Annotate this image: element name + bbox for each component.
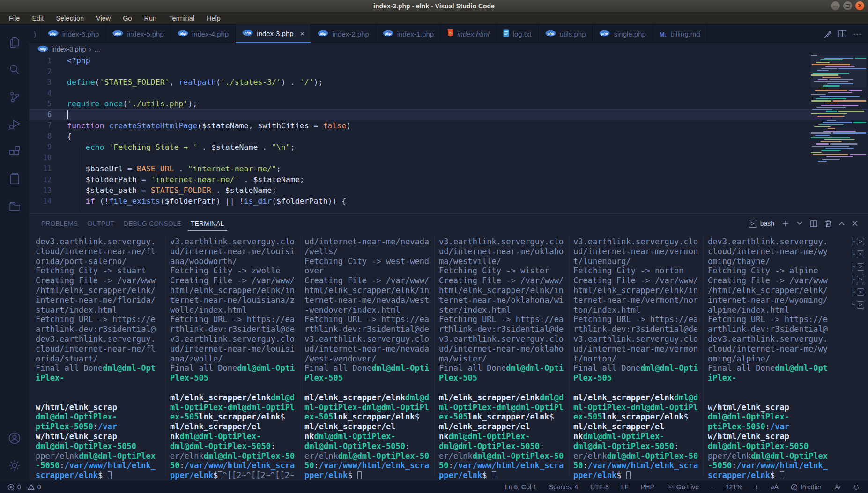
terminal-line: cloud/internet-near-me/wy [708, 344, 835, 354]
search-icon[interactable] [0, 56, 29, 83]
menu-run[interactable]: Run [139, 13, 162, 23]
chevron-up-icon[interactable] [839, 221, 845, 225]
terminal-pane-4[interactable]: v3.earthlink.serverguy.cloud/internet-ne… [439, 237, 566, 480]
tab-index-html[interactable]: 5index.html [441, 24, 496, 43]
terminal-text: ud/internet-near-me/louisi [170, 247, 295, 256]
split-terminal-icon[interactable] [810, 220, 817, 227]
status-error[interactable]: 0 [7, 483, 21, 491]
terminal-text: ud/internet-near-me/nevada [304, 344, 429, 353]
terminal-pane-separator [434, 235, 435, 476]
tree-branch-icon: ├ [851, 288, 855, 296]
terminal-line: w/html/elnk_scrap [708, 432, 835, 441]
terminal-line: Fetching City -> zwolle [170, 266, 297, 276]
terminal-line [304, 383, 432, 393]
tab-index-6-php[interactable]: phpindex-6.php [41, 24, 106, 43]
menu-edit[interactable]: Edit [27, 13, 49, 23]
new-terminal-icon[interactable] [782, 220, 789, 227]
panel-tab-output[interactable]: OUTPUT [84, 216, 117, 231]
tab-billing-md[interactable]: M↓billing.md [653, 24, 707, 43]
status--[interactable]: - [711, 483, 713, 491]
status-label: Spaces: 4 [549, 483, 578, 491]
terminal-shell-selector[interactable]: > bash [749, 220, 774, 228]
menu-help[interactable]: Help [201, 13, 226, 23]
breadcrumb[interactable]: php index-3.php › ... [29, 43, 868, 55]
close-button[interactable]: ✕ [855, 1, 864, 10]
minimap[interactable] [811, 55, 866, 168]
terminal-list-item[interactable]: ├> [851, 248, 864, 260]
chevron-down-icon[interactable] [797, 221, 802, 225]
menu-file[interactable]: File [4, 13, 25, 23]
status-121-[interactable]: 121% [726, 483, 742, 491]
token: realpath [178, 78, 215, 87]
folders-icon[interactable] [0, 192, 29, 219]
terminal-text: ternet-near-me/vermont/nor [573, 295, 698, 305]
status-spaces-4[interactable]: Spaces: 4 [549, 483, 578, 491]
terminal-list-item[interactable]: ├> [851, 286, 864, 298]
maximize-button[interactable]: ◻ [843, 1, 852, 10]
terminal-text: iPlex- [36, 373, 64, 383]
panel-tab-debug-console[interactable]: DEBUG CONSOLE [121, 216, 184, 231]
extensions-icon[interactable] [0, 138, 29, 165]
menu-view[interactable]: View [91, 13, 116, 23]
terminal-line: ml/elnk_scrapper/el [439, 422, 566, 432]
tab-utils-php[interactable]: phputils.php [539, 24, 593, 43]
status-utf-8[interactable]: UTF-8 [590, 483, 609, 491]
terminal-pane-2[interactable]: v3.earthlink.serverguy.cloud/internet-ne… [170, 237, 297, 480]
terminal-list-item[interactable]: ├> [851, 235, 864, 248]
panel-tab-problems[interactable]: PROBLEMS [38, 216, 81, 231]
terminal-cursor [492, 471, 496, 479]
status-aa[interactable]: aA [771, 483, 779, 491]
terminal-pane-5[interactable]: v3.earthlink.serverguy.cloud/internet-ne… [573, 237, 701, 480]
token: = [309, 121, 323, 130]
status-ln-6-col-1[interactable]: Ln 6, Col 1 [505, 483, 537, 491]
source-control-icon[interactable] [0, 83, 29, 110]
close-tab-icon[interactable]: × [300, 29, 304, 37]
terminal-pane-1[interactable]: dev3.earthlink.serverguy.cloud/internet-… [36, 237, 163, 480]
run-code-icon[interactable] [824, 30, 832, 38]
minimize-button[interactable]: — [831, 1, 840, 10]
menu-terminal[interactable]: Terminal [163, 13, 200, 23]
status-lf[interactable]: LF [621, 483, 629, 491]
minimap-mark [811, 55, 817, 56]
status-bell[interactable] [853, 484, 860, 491]
terminal-list-item[interactable]: ├> [851, 273, 864, 286]
tab-single-php[interactable]: phpsingle.php [593, 24, 653, 43]
terminal-text: $ [280, 412, 285, 421]
menu-go[interactable]: Go [118, 13, 137, 23]
code-editor[interactable]: 1<?php23define('STATES_FOLDER', realpath… [29, 55, 868, 213]
kill-terminal-trash-icon[interactable] [825, 220, 831, 227]
token: ( [123, 99, 127, 108]
notebook-icon[interactable] [0, 165, 29, 192]
svg-text:php: php [601, 31, 608, 35]
terminal-list-item[interactable]: ├> [851, 260, 864, 273]
terminal-line: ud/internet-near-me/nevada [304, 344, 432, 354]
terminal-list-item[interactable]: └> [851, 298, 864, 311]
terminal-pane-3[interactable]: ud/internet-near-me/nevada/wells/Fetchin… [304, 237, 432, 480]
terminal-text: dml@dml-OptiPlex-50 [473, 451, 564, 461]
status-warning[interactable]: 0 [28, 483, 41, 491]
terminal-pane-6[interactable]: dev3.earthlink.serverguy.cloud/internet-… [708, 237, 835, 480]
tab-index-3-php[interactable]: phpindex-3.php× [236, 24, 311, 43]
panel-tab-terminal[interactable]: TERMINAL [188, 216, 227, 231]
status--[interactable]: + [755, 483, 758, 491]
more-actions-icon[interactable]: ⋯ [853, 29, 861, 39]
tab-index-4-php[interactable]: phpindex-4.php [171, 24, 236, 43]
status-person[interactable] [834, 484, 841, 491]
split-editor-icon[interactable] [838, 30, 846, 37]
minimap-row [811, 94, 866, 96]
tab-index-5-php[interactable]: phpindex-5.php [106, 24, 171, 43]
run-debug-icon[interactable] [0, 110, 29, 138]
explorer-icon[interactable] [0, 29, 29, 56]
status-prettier[interactable]: Prettier [791, 483, 822, 491]
tab-index-1-php[interactable]: phpindex-1.php [376, 24, 441, 43]
tab-index-2-php[interactable]: phpindex-2.php [311, 24, 376, 43]
menu-selection[interactable]: Selection [51, 13, 89, 23]
close-panel-icon[interactable] [852, 221, 858, 226]
tab-log-txt[interactable]: log.txt [497, 24, 539, 43]
terminal-area[interactable]: dev3.earthlink.serverguy.cloud/internet-… [29, 233, 868, 481]
status-php[interactable]: PHP [641, 483, 654, 491]
account-icon[interactable] [0, 425, 29, 452]
status-go-live[interactable]: Go Live [667, 483, 699, 491]
tab--[interactable]: ) [29, 24, 41, 43]
settings-icon[interactable] [0, 452, 29, 479]
